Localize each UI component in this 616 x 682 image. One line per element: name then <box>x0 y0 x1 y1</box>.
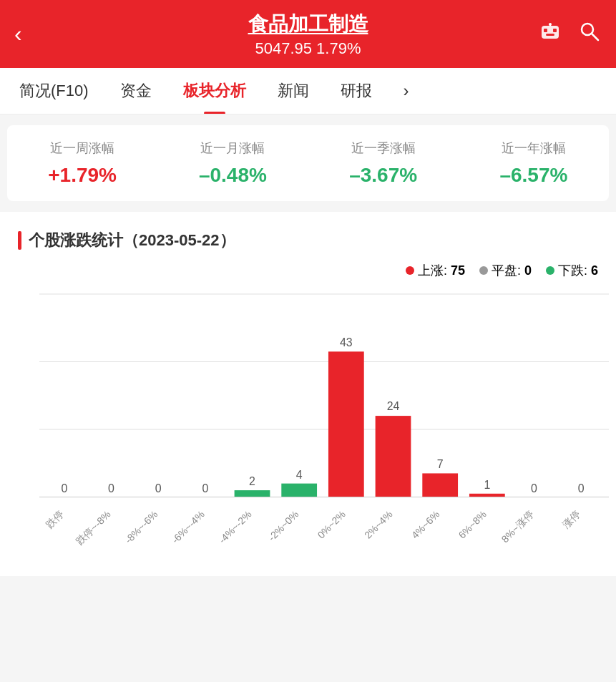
header-subtitle: 5047.95 1.79% <box>248 39 368 58</box>
back-button[interactable]: ‹ <box>14 21 22 47</box>
stat-year: 近一年涨幅 –6.57% <box>459 140 609 187</box>
stat-year-value: –6.57% <box>459 164 609 187</box>
svg-text:涨停: 涨停 <box>560 508 582 530</box>
legend-up-label: 上涨: 75 <box>418 262 465 279</box>
robot-icon[interactable] <box>537 19 563 49</box>
svg-rect-1 <box>544 29 547 32</box>
svg-text:7: 7 <box>437 458 444 470</box>
svg-text:跌停~-8%: 跌停~-8% <box>74 508 112 547</box>
search-icon[interactable] <box>577 19 602 49</box>
section-bar <box>18 231 21 250</box>
legend-flat-dot <box>479 266 488 275</box>
svg-rect-28 <box>328 351 364 497</box>
tab-news[interactable]: 新闻 <box>262 68 325 115</box>
svg-text:-4%~-2%: -4%~-2% <box>217 508 254 545</box>
svg-text:4%~6%: 4%~6% <box>409 508 442 541</box>
svg-text:4: 4 <box>296 469 303 481</box>
svg-text:-8%~-6%: -8%~-6% <box>122 508 160 545</box>
stat-week: 近一周涨幅 +1.79% <box>7 140 157 187</box>
header-center: 食品加工制造 5047.95 1.79% <box>248 11 368 58</box>
tab-funds[interactable]: 资金 <box>104 68 167 115</box>
svg-text:2: 2 <box>249 475 255 487</box>
svg-rect-0 <box>542 26 559 39</box>
stat-month-label: 近一月涨幅 <box>157 140 308 157</box>
legend-flat-label: 平盘: 0 <box>492 262 532 279</box>
svg-text:2%~4%: 2%~4% <box>362 508 395 541</box>
header: ‹ 食品加工制造 5047.95 1.79% <box>0 0 616 68</box>
tab-analysis[interactable]: 板块分析 <box>167 68 262 115</box>
chart-legend: 上涨: 75 平盘: 0 下跌: 6 <box>7 258 609 286</box>
svg-text:0: 0 <box>155 482 162 495</box>
legend-down-label: 下跌: 6 <box>558 262 598 279</box>
legend-up-dot <box>406 266 414 275</box>
stat-week-label: 近一周涨幅 <box>7 140 157 157</box>
svg-rect-30 <box>376 416 411 497</box>
svg-text:0: 0 <box>578 482 585 495</box>
svg-rect-34 <box>469 494 505 497</box>
svg-text:8%~涨停: 8%~涨停 <box>499 508 536 545</box>
svg-text:24: 24 <box>387 400 400 412</box>
tab-more[interactable]: › <box>388 68 425 115</box>
header-title: 食品加工制造 <box>248 11 368 38</box>
svg-text:0: 0 <box>202 482 208 495</box>
legend-down-dot <box>546 266 554 275</box>
svg-text:1: 1 <box>484 479 490 491</box>
svg-text:-6%~-4%: -6%~-4% <box>170 508 207 545</box>
svg-text:0: 0 <box>61 482 67 495</box>
tab-summary[interactable]: 简况(F10) <box>4 68 104 115</box>
stat-week-value: +1.79% <box>7 164 157 187</box>
svg-text:6%~8%: 6%~8% <box>456 508 489 541</box>
stats-card: 近一周涨幅 +1.79% 近一月涨幅 –0.48% 近一季涨幅 –3.67% 近… <box>7 125 609 201</box>
legend-down: 下跌: 6 <box>546 262 598 279</box>
svg-rect-24 <box>235 490 270 497</box>
svg-rect-2 <box>553 29 557 32</box>
bar-chart: 60 40 20 0 0 0 0 0 2 4 <box>39 286 609 573</box>
svg-text:-2%~0%: -2%~0% <box>265 508 300 543</box>
legend-up: 上涨: 75 <box>406 262 465 279</box>
chart-area: 60 40 20 0 0 0 0 0 2 4 <box>7 286 609 576</box>
svg-text:0: 0 <box>108 482 114 495</box>
chart-title: 个股涨跌统计（2023-05-22） <box>7 219 609 258</box>
tab-research[interactable]: 研报 <box>325 68 388 115</box>
stat-quarter: 近一季涨幅 –3.67% <box>308 140 459 187</box>
svg-line-7 <box>592 34 598 40</box>
svg-text:跌停: 跌停 <box>44 508 66 530</box>
svg-rect-26 <box>281 484 317 497</box>
svg-text:43: 43 <box>340 336 353 349</box>
stat-quarter-value: –3.67% <box>308 164 459 187</box>
stat-quarter-label: 近一季涨幅 <box>308 140 459 157</box>
svg-text:0%~2%: 0%~2% <box>315 508 348 541</box>
svg-text:0: 0 <box>531 482 537 495</box>
stat-month-value: –0.48% <box>157 164 308 187</box>
stat-year-label: 近一年涨幅 <box>459 140 609 157</box>
chart-section: 个股涨跌统计（2023-05-22） 上涨: 75 平盘: 0 下跌: 6 60… <box>0 212 616 576</box>
stat-month: 近一月涨幅 –0.48% <box>157 140 308 187</box>
nav-tabs: 简况(F10) 资金 板块分析 新闻 研报 › <box>0 68 616 115</box>
svg-rect-32 <box>422 473 458 497</box>
legend-flat: 平盘: 0 <box>479 262 532 279</box>
svg-rect-3 <box>546 34 554 36</box>
